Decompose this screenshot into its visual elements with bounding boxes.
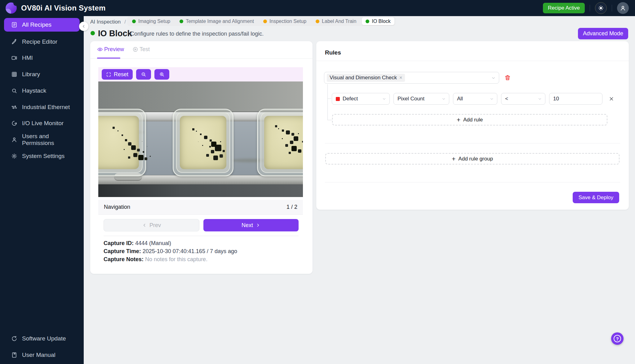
step-io-block[interactable]: IO Block: [362, 17, 394, 25]
rule-tree-stub: [327, 120, 332, 120]
sidebar-item-hmi[interactable]: HMI: [4, 51, 80, 65]
rule-row: Defect Pixel Count All <: [332, 93, 614, 105]
threshold-input[interactable]: [549, 93, 602, 105]
step-label: Imaging Setup: [138, 19, 170, 24]
capture-divider: [104, 236, 299, 236]
add-rule-button[interactable]: + Add rule: [332, 114, 607, 125]
defect-color-swatch: [336, 97, 340, 101]
capture-id-line: Capture ID: 4444 (Manual): [104, 240, 171, 247]
capture-notes-value: No notes for this capture.: [145, 256, 207, 262]
sidebar-item-label: HMI: [22, 55, 33, 61]
step-status-dot-green: [132, 20, 136, 23]
capture-time-value: 2025-10-30 07:40:41.165 / 7 days ago: [143, 248, 237, 254]
step-template-image-alignment[interactable]: Template Image and Alignment: [176, 17, 258, 25]
sidebar-collapse-button[interactable]: [79, 22, 88, 31]
app-title: OV80i AI Vision System: [21, 4, 106, 12]
gear-icon: [11, 153, 17, 159]
page-indicator: 1 / 2: [286, 204, 297, 210]
step-status-dot-orange: [263, 20, 267, 23]
step-imaging-setup[interactable]: Imaging Setup: [128, 17, 174, 25]
rules-section-divider: [325, 143, 620, 143]
breadcrumb-separator: /: [124, 19, 126, 25]
rule-tree-line: [327, 84, 328, 120]
inspection-camera-image[interactable]: [98, 81, 303, 197]
scope-select[interactable]: All: [453, 93, 497, 105]
defect-class-select[interactable]: Defect: [332, 93, 390, 105]
grid-table-icon: [11, 71, 17, 77]
capture-notes-label: Capture Notes:: [104, 256, 144, 262]
zoom-out-button[interactable]: [136, 69, 151, 80]
sidebar-item-haystack[interactable]: Haystack: [4, 84, 80, 98]
pencil-icon: [11, 39, 17, 45]
prev-button[interactable]: Prev: [104, 219, 199, 231]
zoom-in-icon: [159, 72, 165, 77]
capture-time-label: Capture Time:: [104, 248, 141, 254]
sidebar-item-library[interactable]: Library: [4, 68, 80, 81]
user-avatar[interactable]: [617, 2, 629, 14]
add-rule-group-button[interactable]: + Add rule group: [325, 153, 619, 164]
topbar-divider: [590, 5, 590, 11]
add-rule-label: Add rule: [463, 117, 483, 123]
advanced-mode-button[interactable]: Advanced Mode: [578, 28, 628, 39]
sample-tray-1: [98, 109, 146, 176]
step-label: Template Image and Alignment: [186, 19, 254, 24]
delete-rule-group-button[interactable]: [504, 74, 512, 81]
step-label: Label And Train: [322, 19, 356, 24]
help-button[interactable]: ?: [611, 332, 624, 345]
workflow-steps: Imaging Setup Template Image and Alignme…: [127, 16, 396, 26]
sidebar-item-io-live-monitor[interactable]: I/O Live Monitor: [4, 116, 80, 130]
app-logo: [6, 2, 17, 14]
top-bar: OV80i AI Vision System Recipe Active: [0, 0, 635, 16]
eye-icon: [97, 46, 103, 52]
prev-label: Prev: [149, 222, 161, 229]
tag-remove-icon[interactable]: ×: [399, 75, 402, 81]
remove-rule-button[interactable]: [609, 96, 614, 102]
sidebar-item-industrial-ethernet[interactable]: Industrial Ethernet: [4, 100, 80, 114]
tab-test[interactable]: Test: [132, 46, 150, 53]
tab-preview[interactable]: Preview: [97, 46, 124, 53]
chevron-down-icon: [382, 97, 386, 101]
sidebar: All Recipes Recipe Editor HMI Library Ha…: [0, 16, 84, 364]
sidebar-item-recipe-editor[interactable]: Recipe Editor: [4, 35, 80, 49]
reset-view-button[interactable]: Reset: [102, 69, 133, 80]
next-button[interactable]: Next: [203, 219, 299, 231]
metric-select[interactable]: Pixel Count: [393, 93, 449, 105]
chevron-down-icon: [491, 76, 496, 80]
operator-value: <: [505, 96, 508, 102]
theme-toggle-button[interactable]: [595, 2, 607, 14]
scope-value: All: [457, 96, 463, 102]
sidebar-item-label: User Manual: [22, 352, 56, 358]
breadcrumb-root[interactable]: AI Inspection: [90, 19, 121, 25]
sidebar-item-software-update[interactable]: Software Update: [4, 332, 80, 345]
preview-card: Preview Test Reset: [90, 41, 313, 274]
save-deploy-button[interactable]: Save & Deploy: [573, 192, 619, 203]
sidebar-item-label: Users and Permissions: [22, 133, 80, 147]
operator-select[interactable]: <: [501, 93, 545, 105]
step-label-and-train[interactable]: Label And Train: [312, 17, 360, 25]
topbar-divider: [612, 5, 612, 11]
rule-group-select[interactable]: Visual and Dimension Check ×: [324, 72, 499, 84]
sidebar-item-system-settings[interactable]: System Settings: [4, 149, 80, 163]
chevron-down-icon: [442, 97, 446, 101]
sidebar-item-label: Library: [22, 71, 40, 78]
rule-group-tag-label: Visual and Dimension Check: [330, 75, 397, 81]
step-status-dot-green: [180, 20, 183, 23]
active-tab-underline: [97, 58, 120, 59]
sidebar-item-all-recipes[interactable]: All Recipes: [4, 18, 80, 32]
sidebar-item-label: Haystack: [22, 87, 46, 94]
center-focus-icon: [106, 72, 111, 77]
monitor-loop-icon: [11, 120, 17, 126]
rules-divider: [316, 61, 629, 61]
person-icon: [619, 5, 626, 11]
page-status-dot: [91, 31, 95, 35]
sidebar-item-users-permissions[interactable]: Users and Permissions: [4, 133, 80, 147]
rules-footer-divider: [325, 182, 620, 182]
plus-icon: +: [452, 155, 455, 163]
zoom-in-button[interactable]: [154, 69, 169, 80]
preview-tabs: Preview Test: [90, 41, 313, 59]
sidebar-item-user-manual[interactable]: User Manual: [4, 348, 80, 362]
chevron-down-icon: [490, 97, 494, 101]
zoom-out-icon: [141, 72, 146, 77]
search-icon: [11, 88, 17, 94]
step-inspection-setup[interactable]: Inspection Setup: [260, 17, 310, 25]
